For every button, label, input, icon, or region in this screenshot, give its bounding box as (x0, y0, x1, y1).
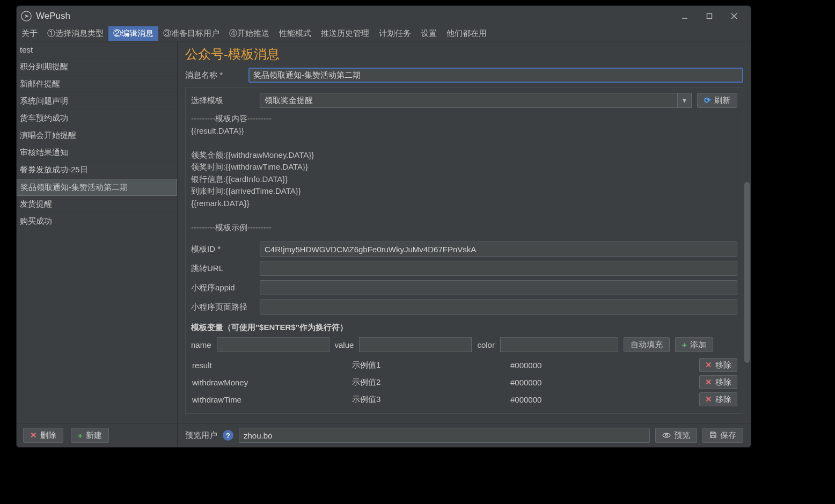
variables-section: 模板变量（可使用"$ENTER$"作为换行符） name value color… (186, 319, 743, 408)
mini-path-label: 小程序页面路径 (191, 302, 254, 312)
sidebar-item-8[interactable]: 奖品领取通知-集赞活动第二期 (17, 179, 177, 196)
add-variable-button[interactable]: + 添加 (675, 337, 713, 352)
sidebar-item-4[interactable]: 货车预约成功 (17, 110, 177, 127)
sidebar-item-2[interactable]: 新邮件提醒 (17, 76, 177, 93)
titlebar: WePush (17, 6, 751, 26)
tab-3[interactable]: ③准备目标用户 (158, 26, 224, 41)
msg-name-input[interactable] (248, 68, 743, 83)
remove-variable-button[interactable]: ✕移除 (699, 392, 737, 406)
var-row-color: #000000 (510, 378, 680, 387)
msg-name-row: 消息名称 (178, 66, 751, 84)
preview-user-input[interactable] (239, 428, 650, 443)
var-name-input[interactable] (217, 337, 329, 352)
sidebar-item-0[interactable]: test (17, 41, 177, 59)
sidebar-item-1[interactable]: 积分到期提醒 (17, 59, 177, 76)
page-title: 公众号-模板消息 (185, 46, 743, 63)
window-minimize-button[interactable] (672, 8, 697, 25)
save-button[interactable]: 保存 (702, 428, 743, 443)
var-value-input[interactable] (359, 337, 472, 352)
svg-point-5 (665, 434, 668, 436)
sidebar-list: test积分到期提醒新邮件提醒系统问题声明货车预约成功演唱会开始提醒审核结果通知… (17, 41, 177, 423)
sidebar-item-5[interactable]: 演唱会开始提醒 (17, 127, 177, 144)
tab-7[interactable]: 计划任务 (374, 26, 416, 41)
mini-path-input[interactable] (260, 300, 737, 315)
var-color-label: color (477, 340, 495, 349)
refresh-icon: ⟳ (704, 96, 711, 105)
app-icon (21, 11, 32, 21)
scrollbar-thumb[interactable] (744, 182, 750, 363)
eye-icon (662, 431, 671, 440)
var-row-name: result (191, 361, 352, 370)
tab-8[interactable]: 设置 (416, 26, 442, 41)
main-scrollbar[interactable] (744, 182, 750, 395)
delete-button-label: 删除 (40, 430, 56, 441)
sidebar-item-10[interactable]: 购买成功 (17, 213, 177, 230)
preview-button[interactable]: 预览 (655, 428, 697, 443)
plus-icon: + (682, 340, 687, 349)
var-name-label: name (191, 340, 211, 349)
jump-url-label: 跳转URL (191, 264, 254, 274)
preview-button-label: 预览 (674, 430, 690, 441)
main-footer: 预览用户 ? 预览 保存 (178, 423, 751, 447)
tab-1[interactable]: ①选择消息类型 (42, 26, 108, 41)
template-id-label: 模板ID (191, 244, 254, 254)
var-row-value: 示例值2 (352, 377, 510, 388)
app-body: test积分到期提醒新邮件提醒系统问题声明货车预约成功演唱会开始提醒审核结果通知… (17, 41, 751, 447)
app-title: WePush (36, 11, 70, 21)
main-tabs: 关于①选择消息类型②编辑消息③准备目标用户④开始推送性能模式推送历史管理计划任务… (17, 26, 751, 41)
sidebar: test积分到期提醒新邮件提醒系统问题声明货车预约成功演唱会开始提醒审核结果通知… (17, 41, 178, 447)
sidebar-item-9[interactable]: 发货提醒 (17, 196, 177, 213)
mini-appid-input[interactable] (260, 280, 737, 295)
remove-variable-button[interactable]: ✕移除 (699, 375, 737, 389)
template-panel: 选择模板 领取奖金提醒 ▼ ⟳ 刷新 ---------模板内容------ (185, 87, 743, 414)
remove-variable-button[interactable]: ✕移除 (699, 358, 737, 372)
template-id-input[interactable] (260, 242, 737, 257)
msg-name-label: 消息名称 (185, 70, 243, 81)
var-row-color: #000000 (510, 395, 680, 404)
tab-5[interactable]: 性能模式 (274, 26, 316, 41)
window-maximize-button[interactable] (697, 8, 722, 25)
delete-button[interactable]: ✕ 删除 (23, 428, 63, 443)
variable-row: withdrawTime示例值3#000000✕移除 (191, 391, 737, 408)
main-header: 公众号-模板消息 (178, 41, 751, 66)
tab-4[interactable]: ④开始推送 (224, 26, 274, 41)
close-icon: ✕ (705, 360, 712, 370)
autofill-button[interactable]: 自动填充 (624, 337, 670, 352)
save-icon (709, 431, 717, 440)
remove-button-label: 移除 (715, 360, 731, 370)
sidebar-item-7[interactable]: 餐券发放成功-25日 (17, 162, 177, 179)
new-button-label: 新建 (86, 430, 102, 441)
tab-6[interactable]: 推送历史管理 (316, 26, 374, 41)
chevron-down-icon[interactable]: ▼ (678, 93, 692, 108)
var-row-value: 示例值3 (352, 395, 510, 405)
variables-table: result示例值1#000000✕移除withdrawMoney示例值2#00… (191, 356, 737, 408)
jump-url-input[interactable] (260, 261, 737, 276)
tab-9[interactable]: 他们都在用 (442, 26, 492, 41)
svg-rect-2 (707, 14, 712, 19)
plus-icon: + (78, 431, 83, 440)
sidebar-footer: ✕ 删除 + 新建 (17, 423, 177, 447)
window-close-button[interactable] (722, 8, 746, 25)
var-row-value: 示例值1 (352, 360, 510, 370)
sidebar-item-3[interactable]: 系统问题声明 (17, 93, 177, 110)
tab-2[interactable]: ②编辑消息 (108, 26, 158, 41)
new-button[interactable]: + 新建 (71, 428, 109, 443)
var-color-input[interactable] (500, 337, 618, 352)
sidebar-item-6[interactable]: 审核结果通知 (17, 144, 177, 162)
variable-row: withdrawMoney示例值2#000000✕移除 (191, 374, 737, 391)
remove-button-label: 移除 (715, 377, 731, 388)
remove-button-label: 移除 (715, 395, 731, 405)
refresh-button[interactable]: ⟳ 刷新 (697, 93, 737, 108)
close-icon: ✕ (705, 377, 712, 387)
tab-0[interactable]: 关于 (17, 26, 42, 41)
template-select-value: 领取奖金提醒 (265, 96, 313, 106)
select-template-label: 选择模板 (191, 96, 254, 106)
autofill-button-label: 自动填充 (631, 340, 663, 350)
variable-row: result示例值1#000000✕移除 (191, 356, 737, 374)
help-icon[interactable]: ? (223, 430, 233, 441)
refresh-button-label: 刷新 (714, 96, 730, 106)
template-select[interactable]: 领取奖金提醒 (260, 93, 678, 108)
close-icon: ✕ (705, 395, 712, 404)
var-row-name: withdrawMoney (191, 378, 352, 387)
add-button-label: 添加 (690, 340, 706, 350)
